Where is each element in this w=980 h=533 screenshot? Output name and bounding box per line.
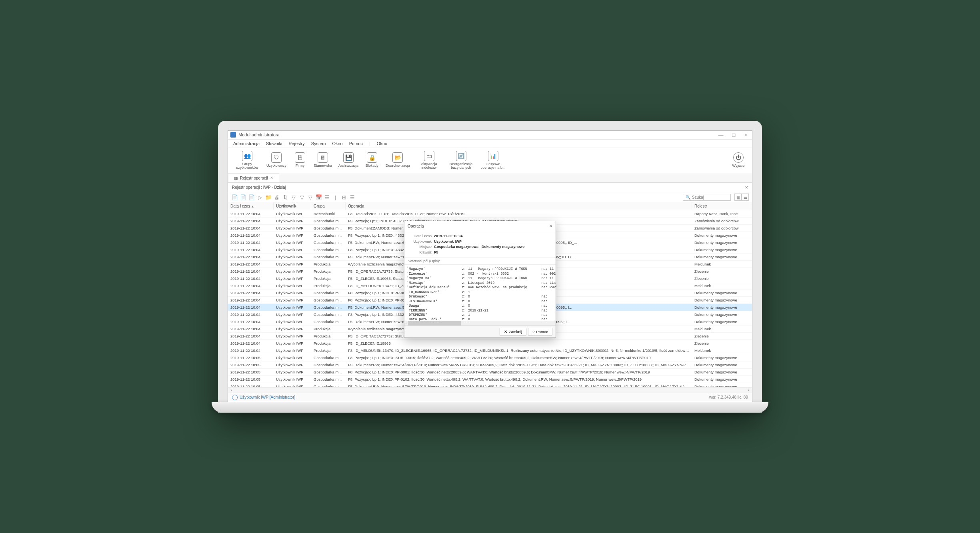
- toolbar-grupy-u-ytkownik-w[interactable]: 👥Grupy użytkowników: [231, 150, 263, 172]
- breadcrumb-text: Rejestr operacji : IWP - Dzisiaj: [232, 185, 286, 190]
- view-grid-icon[interactable]: ▦: [734, 194, 742, 201]
- search-placeholder: Szukaj: [692, 195, 704, 200]
- data-grid: Data i czas▲ Użytkownik Grupa Operacja R…: [228, 202, 752, 387]
- close-button[interactable]: ×: [742, 132, 750, 138]
- new-icon[interactable]: 📄: [231, 194, 238, 201]
- toolbar-blokady[interactable]: 🔒Blokady: [362, 151, 382, 169]
- main-toolbar: 👥Grupy użytkowników🛡Użytkownicy🗄Firmy🖥St…: [228, 148, 752, 174]
- status-version: wer. 7.2.349.48 lic. 89: [709, 395, 748, 399]
- firmy-icon: 🗄: [295, 152, 305, 163]
- calendar-icon[interactable]: 📅: [315, 194, 322, 201]
- popup-close-button[interactable]: ✕Zamknij: [500, 328, 526, 335]
- table-row[interactable]: 2019-11-22 10:04Użytkownik IWPRozrachunk…: [228, 210, 752, 218]
- view-list-icon[interactable]: ☰: [742, 194, 749, 201]
- minimize-button[interactable]: —: [716, 132, 726, 138]
- table-row[interactable]: 2019-11-22 10:05Użytkownik IWPGospodarka…: [228, 383, 752, 387]
- menu-administracja[interactable]: Administracja: [230, 140, 262, 147]
- grupy-u-ytkownik-w-icon: 👥: [242, 151, 252, 161]
- horizontal-scrollbar[interactable]: ‹›: [228, 387, 752, 393]
- col-register[interactable]: Rejestr: [692, 202, 752, 210]
- power-icon: ⏻: [733, 152, 744, 163]
- menu-rejestry[interactable]: Rejestry: [286, 140, 307, 147]
- app-window: Moduł administratora — □ × Administracja…: [228, 130, 752, 402]
- breadcrumb: Rejestr operacji : IWP - Dzisiaj ×: [228, 183, 752, 192]
- help-icon: ?: [532, 329, 534, 334]
- exit-button[interactable]: ⏻ Wyjście: [728, 151, 749, 169]
- filter-clear-icon[interactable]: ▽: [307, 194, 314, 201]
- popup-content: 'Magazyn' z: 11 - Magazyn PRODUKCJI W TO…: [404, 265, 556, 321]
- toolbar-aktywacja-indeks-w[interactable]: 🗃Aktywacja indeksów: [413, 150, 445, 172]
- grid-icon: ▦: [234, 176, 238, 180]
- grupowe-operacje-na-b--icon: 📊: [488, 151, 498, 161]
- toolbar-grupowe-operacje-na-b-[interactable]: 📊Grupowe operacje na b...: [477, 150, 509, 172]
- menu-system[interactable]: System: [308, 140, 329, 147]
- status-user: Użytkownik IWP [Administrator]: [240, 395, 295, 399]
- folder-icon[interactable]: 📁: [265, 194, 272, 201]
- app-icon: [230, 132, 236, 138]
- table-row[interactable]: 2019-11-22 10:05Użytkownik IWPGospodarka…: [228, 361, 752, 369]
- titlebar: Moduł administratora — □ ×: [228, 131, 752, 140]
- menu-okno[interactable]: Okno: [374, 140, 390, 147]
- menubar: AdministracjaSłownikiRejestrySystemOknoP…: [228, 140, 752, 148]
- col-group[interactable]: Grupa: [311, 202, 346, 210]
- sort-icon[interactable]: ⇅: [282, 194, 289, 201]
- blokady-icon: 🔒: [367, 152, 377, 163]
- separator-icon: |: [332, 194, 339, 201]
- action-toolbar: 📄 📄 📄 ▷ 📁 🖨 ⇅ ▽ ▽ ▽ 📅 ☰ | ⊞ ☰ 🔍 Szukaj ▦…: [228, 192, 752, 202]
- stanowiska-icon: 🖥: [318, 152, 328, 163]
- list-icon[interactable]: ☰: [349, 194, 356, 201]
- popup-scrollbar[interactable]: ‹: [404, 321, 556, 325]
- popup-close-icon[interactable]: ×: [549, 223, 552, 229]
- laptop-frame: Moduł administratora — □ × Administracja…: [218, 121, 762, 413]
- tab-label: Rejestr operacji: [240, 176, 268, 180]
- toolbar-archiwizacja[interactable]: 💾Archiwizacja: [335, 151, 362, 169]
- table-icon[interactable]: ⊞: [340, 194, 348, 201]
- page-icon[interactable]: 📄: [248, 194, 255, 201]
- aktywacja-indeks-w-icon: 🗃: [424, 151, 434, 161]
- col-user[interactable]: Użytkownik: [274, 202, 311, 210]
- reorganizacja-bazy-danych-icon: 🔄: [456, 151, 466, 161]
- toolbar-firmy[interactable]: 🗄Firmy: [290, 151, 310, 169]
- copy-icon[interactable]: 📄: [240, 194, 247, 201]
- dearchiwizacja-icon: 📂: [392, 152, 403, 163]
- operation-popup: Operacja × Data i czas2019-11-22 10:04 U…: [404, 221, 556, 338]
- stack-icon[interactable]: ☰: [324, 194, 331, 201]
- search-icon: 🔍: [686, 195, 690, 200]
- table-row[interactable]: 2019-11-22 10:05Użytkownik IWPGospodarka…: [228, 369, 752, 376]
- table-row[interactable]: 2019-11-22 10:04Użytkownik IWPProdukcjaF…: [228, 340, 752, 347]
- search-input[interactable]: 🔍 Szukaj: [683, 194, 731, 201]
- toolbar-dearchiwizacja[interactable]: 📂Dearchiwizacja: [382, 151, 413, 169]
- table-row[interactable]: 2019-11-22 10:04Użytkownik IWPProdukcjaF…: [228, 347, 752, 354]
- user-icon: [232, 395, 238, 400]
- toolbar-stanowiska[interactable]: 🖥Stanowiska: [310, 151, 335, 169]
- popup-help-button[interactable]: ?Pomoc: [528, 328, 552, 335]
- tab-rejestr-operacji[interactable]: ▦ Rejestr operacji ×: [228, 173, 279, 182]
- col-operation[interactable]: Operacja: [346, 202, 692, 210]
- laptop-base: [212, 402, 768, 413]
- close-icon: ✕: [504, 329, 507, 334]
- tab-strip: ▦ Rejestr operacji ×: [228, 173, 752, 183]
- popup-title: Operacja: [408, 224, 424, 228]
- filter2-icon[interactable]: ▽: [298, 194, 306, 201]
- breadcrumb-close-icon[interactable]: ×: [745, 184, 748, 190]
- toolbar-u-ytkownicy[interactable]: 🛡Użytkownicy: [263, 151, 290, 169]
- tab-close-icon[interactable]: ×: [270, 175, 273, 181]
- print-icon[interactable]: 🖨: [273, 194, 280, 201]
- play-icon[interactable]: ▷: [256, 194, 264, 201]
- filter-icon[interactable]: ▽: [290, 194, 297, 201]
- grid-header: Data i czas▲ Użytkownik Grupa Operacja R…: [228, 202, 752, 210]
- popup-subtitle: Wartości pól (Opis):: [404, 258, 556, 265]
- table-row[interactable]: 2019-11-22 10:05Użytkownik IWPGospodarka…: [228, 354, 752, 361]
- table-row[interactable]: 2019-11-22 10:05Użytkownik IWPGospodarka…: [228, 376, 752, 383]
- u-ytkownicy-icon: 🛡: [271, 152, 282, 163]
- statusbar: Użytkownik IWP [Administrator] wer. 7.2.…: [228, 393, 752, 402]
- archiwizacja-icon: 💾: [343, 152, 354, 163]
- col-datetime[interactable]: Data i czas▲: [228, 202, 274, 210]
- maximize-button[interactable]: □: [730, 132, 738, 138]
- window-title: Moduł administratora: [238, 132, 716, 137]
- menu-okno[interactable]: Okno: [329, 140, 345, 147]
- menu-pomoc[interactable]: Pomoc: [346, 140, 366, 147]
- toolbar-reorganizacja-bazy-danych[interactable]: 🔄Reorganizacja bazy danych: [445, 150, 477, 172]
- menu-słowniki[interactable]: Słowniki: [263, 140, 285, 147]
